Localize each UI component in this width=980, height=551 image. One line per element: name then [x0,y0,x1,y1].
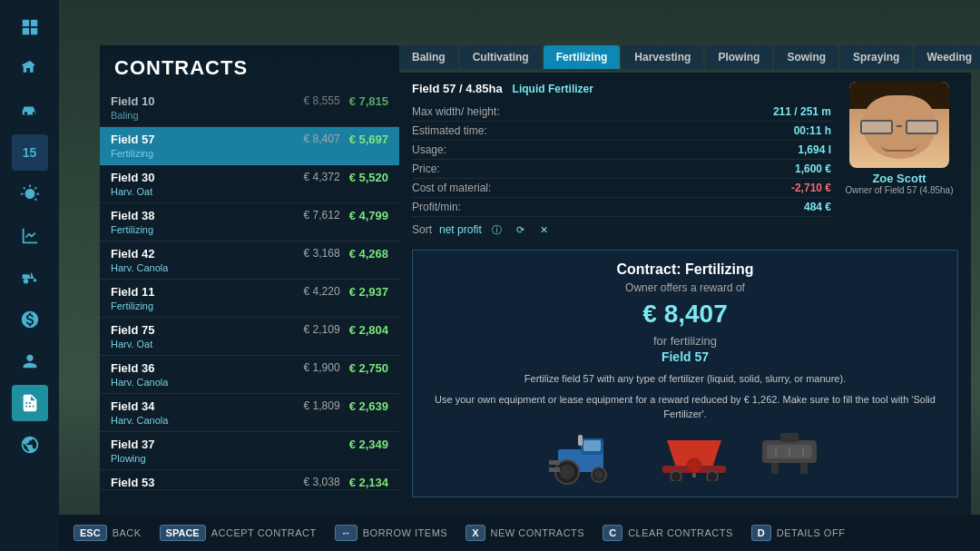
field75-price-profit: € 2,804 [349,323,388,337]
field42-name: Field 42 [111,247,154,261]
contract-item-field37[interactable]: Field 37 € 2,349 Plowing [100,432,399,470]
sidebar: 15 [0,0,59,551]
sidebar-icon-tractor[interactable] [12,260,48,296]
contracts-panel: CONTRACTS Field 10 € 8,555 € 7,815 Balin… [100,45,399,542]
field11-type: Fertilizing [111,300,388,311]
tab-plowing[interactable]: Plowing [705,45,772,69]
profit-min-value: 484 € [804,201,831,213]
field11-name: Field 11 [111,285,154,299]
card-desc2: Use your own equipment or lease equipmen… [431,392,939,422]
field30-price-profit: € 5,520 [349,171,388,184]
sidebar-icon-money[interactable] [12,301,48,338]
contract-item-field57[interactable]: Field 57 € 8,407 € 5,697 Fertilizing [100,127,399,165]
owner-title: Owner of Field 57 (4.85ha) [846,185,954,195]
sidebar-icon-calendar[interactable]: 15 [12,134,48,171]
esc-label: BACK [113,527,142,538]
tab-harvesting[interactable]: Harvesting [622,45,703,69]
new-badge: X [466,525,485,541]
usage-label: Usage: [412,143,446,156]
contract-item-field36[interactable]: Field 36 € 1,900 € 2,750 Harv. Canola [100,356,399,394]
field75-type: Harv. Oat [111,339,388,349]
info-icon[interactable]: ⓘ [489,221,505,238]
svg-rect-6 [583,440,601,451]
field30-price-orig: € 4,372 [304,171,340,184]
sidebar-icon-worker[interactable] [12,343,48,379]
max-width-value: 211 / 251 m [773,105,831,118]
tab-sowing[interactable]: Sowing [774,45,838,69]
tab-fertilizing[interactable]: Fertilizing [544,45,621,69]
svg-rect-3 [30,28,36,34]
svg-rect-12 [549,460,560,465]
field10-price-orig: € 8,555 [304,94,340,108]
field36-name: Field 36 [111,361,154,375]
svg-rect-11 [578,435,583,446]
contract-item-field38[interactable]: Field 38 € 7,612 € 4,799 Fertilizing [100,203,399,241]
svg-rect-23 [771,463,779,474]
close-icon[interactable]: ✕ [536,221,553,238]
card-title: Contract: Fertilizing [431,261,939,278]
field10-name: Field 10 [111,94,154,108]
field37-name: Field 37 [111,438,154,451]
bottom-key-details[interactable]: D DETAILS OFF [751,525,846,541]
price-label: Price: [412,162,440,175]
card-for: for fertilizing [431,334,939,348]
bottom-key-new[interactable]: X NEW CONTRACTS [466,525,584,541]
card-desc: Fertilize field 57 with any type of fert… [431,371,939,387]
sidebar-icon-contracts[interactable] [12,385,48,421]
clear-label: CLEAR CONTRACTS [628,527,733,538]
tab-spraying[interactable]: Spraying [840,45,912,69]
usage-value: 1,694 l [798,143,831,156]
tab-cultivating[interactable]: Cultivating [460,45,542,69]
svg-rect-0 [22,20,28,26]
svg-rect-13 [549,467,560,472]
sidebar-icon-vehicle[interactable] [12,93,48,129]
max-width-label: Max width/ height: [412,105,500,118]
field36-type: Harv. Canola [111,377,388,388]
field38-name: Field 38 [111,209,154,222]
sidebar-icon-weather[interactable] [12,176,48,212]
contract-item-field53[interactable]: Field 53 € 3,038 € 2,134 [100,470,399,490]
sort-value: net profit [439,223,482,236]
sort-label: Sort [412,223,432,236]
tab-weeding[interactable]: Weeding [914,45,980,69]
sort-toggle-icon[interactable]: ⟳ [513,221,529,238]
sidebar-icon-farm[interactable] [12,51,48,87]
bottom-key-borrow[interactable]: ↔ BORROW ITEMS [335,525,447,541]
est-time-label: Estimated time: [412,124,487,137]
svg-rect-2 [22,28,28,34]
sidebar-icon-map[interactable] [12,9,48,45]
field38-type: Fertilizing [111,224,388,235]
detail-field-title: Field 57 / 4.85ha Liquid Fertilizer [412,82,831,95]
bottom-key-esc[interactable]: ESC BACK [74,525,142,541]
svg-point-19 [687,458,701,473]
field30-type: Harv. Oat [111,186,388,197]
sort-row: Sort net profit ⓘ ⟳ ✕ [412,217,831,242]
field53-price-profit: € 2,134 [349,476,388,489]
contract-item-field34[interactable]: Field 34 € 1,809 € 2,639 Harv. Canola [100,394,399,432]
sidebar-icon-stats[interactable] [12,218,48,254]
detail-stats: Field 57 / 4.85ha Liquid Fertilizer Max … [412,82,831,242]
contract-list: Field 10 € 8,555 € 7,815 Baling Field 57… [100,89,399,490]
bottom-key-clear[interactable]: C CLEAR CONTRACTS [603,525,733,541]
est-time-value: 00:11 h [794,124,831,137]
tool-equipment [758,431,821,486]
owner-name: Zoe Scott [872,172,926,185]
field36-price-profit: € 2,750 [349,361,388,375]
equipment-row [431,431,939,486]
field42-price-profit: € 4,268 [349,247,388,261]
bottom-key-space[interactable]: SPACE ACCEPT CONTRACT [160,525,317,541]
contract-item-field30[interactable]: Field 30 € 4,372 € 5,520 Harv. Oat [100,165,399,203]
contract-item-field11[interactable]: Field 11 € 4,220 € 2,937 Fertilizing [100,280,399,318]
field53-price-orig: € 3,038 [304,476,340,489]
field42-price-orig: € 3,168 [304,247,340,261]
sidebar-icon-network[interactable] [12,427,48,463]
field75-name: Field 75 [111,323,154,337]
contract-item-field42[interactable]: Field 42 € 3,168 € 4,268 Harv. Canola [100,241,399,280]
esc-badge: ESC [74,525,107,541]
borrow-badge: ↔ [335,525,358,541]
tab-baling[interactable]: Baling [399,45,458,69]
tractor-equipment [549,431,631,486]
contract-item-field75[interactable]: Field 75 € 2,109 € 2,804 Harv. Oat [100,318,399,356]
tab-bar: Baling Cultivating Fertilizing Harvestin… [399,45,971,69]
contract-item-field10[interactable]: Field 10 € 8,555 € 7,815 Baling [100,89,399,127]
